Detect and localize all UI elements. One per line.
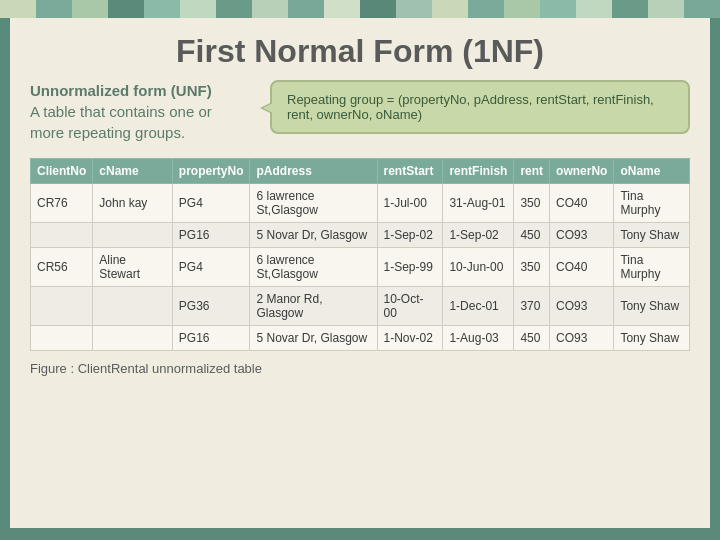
top-bar-block	[252, 0, 288, 18]
table-cell: CR76	[31, 184, 93, 223]
col-cname: cName	[93, 159, 172, 184]
intro-text: Unnormalized form (UNF) A table that con…	[30, 80, 250, 143]
table-row: PG165 Novar Dr, Glasgow1-Nov-021-Aug-034…	[31, 326, 690, 351]
table-cell: Aline Stewart	[93, 248, 172, 287]
table-cell: Tina Murphy	[614, 184, 690, 223]
top-bar-block	[36, 0, 72, 18]
figure-caption: Figure : ClientRental unnormalized table	[30, 361, 690, 376]
table-row: CR76John kayPG46 lawrence St,Glasgow1-Ju…	[31, 184, 690, 223]
table-cell: PG4	[172, 184, 250, 223]
table-cell: John kay	[93, 184, 172, 223]
table-cell: 5 Novar Dr, Glasgow	[250, 326, 377, 351]
top-bar-block	[468, 0, 504, 18]
table-cell: CO40	[550, 248, 614, 287]
table-cell: 1-Sep-02	[377, 223, 443, 248]
top-bar-block	[180, 0, 216, 18]
top-bar-block	[396, 0, 432, 18]
table-cell: 1-Jul-00	[377, 184, 443, 223]
top-bar-block	[540, 0, 576, 18]
table-row: CR56Aline StewartPG46 lawrence St,Glasgo…	[31, 248, 690, 287]
table-cell: Tony Shaw	[614, 287, 690, 326]
table-cell: 10-Jun-00	[443, 248, 514, 287]
table-cell: 1-Nov-02	[377, 326, 443, 351]
col-propertyno: propertyNo	[172, 159, 250, 184]
col-ownerno: ownerNo	[550, 159, 614, 184]
table-cell	[31, 223, 93, 248]
table-cell: CR56	[31, 248, 93, 287]
table-cell: PG36	[172, 287, 250, 326]
table-row: PG165 Novar Dr, Glasgow1-Sep-021-Sep-024…	[31, 223, 690, 248]
table-cell: 6 lawrence St,Glasgow	[250, 184, 377, 223]
table-cell: 5 Novar Dr, Glasgow	[250, 223, 377, 248]
bubble-text: Repeating group = (propertyNo, pAddress,…	[287, 92, 654, 122]
table-header-row: ClientNo cName propertyNo pAddress rentS…	[31, 159, 690, 184]
page-title: First Normal Form (1NF)	[30, 33, 690, 70]
table-cell: 350	[514, 248, 550, 287]
table-cell: 6 lawrence St,Glasgow	[250, 248, 377, 287]
table-cell: PG4	[172, 248, 250, 287]
top-bar-block	[216, 0, 252, 18]
table-cell: Tony Shaw	[614, 223, 690, 248]
intro-section: Unnormalized form (UNF) A table that con…	[30, 80, 690, 143]
top-bar-block	[648, 0, 684, 18]
table-cell	[31, 326, 93, 351]
top-bar-block	[576, 0, 612, 18]
top-bar-block	[360, 0, 396, 18]
col-rentfinish: rentFinish	[443, 159, 514, 184]
table-cell	[93, 223, 172, 248]
table-cell: 1-Aug-03	[443, 326, 514, 351]
col-clientno: ClientNo	[31, 159, 93, 184]
table-cell: CO40	[550, 184, 614, 223]
table-cell: PG16	[172, 326, 250, 351]
top-bar-block	[72, 0, 108, 18]
top-bar-block	[684, 0, 720, 18]
top-bar	[0, 0, 720, 18]
client-rental-table: ClientNo cName propertyNo pAddress rentS…	[30, 158, 690, 351]
table-cell: Tina Murphy	[614, 248, 690, 287]
table-cell: Tony Shaw	[614, 326, 690, 351]
top-bar-block	[324, 0, 360, 18]
table-cell: 31-Aug-01	[443, 184, 514, 223]
table-cell: 350	[514, 184, 550, 223]
top-bar-block	[144, 0, 180, 18]
table-cell: PG16	[172, 223, 250, 248]
table-cell	[31, 287, 93, 326]
table-cell	[93, 326, 172, 351]
table-container: ClientNo cName propertyNo pAddress rentS…	[30, 158, 690, 351]
top-bar-block	[108, 0, 144, 18]
table-cell: CO93	[550, 326, 614, 351]
col-oname: oName	[614, 159, 690, 184]
top-bar-block	[288, 0, 324, 18]
top-bar-block	[504, 0, 540, 18]
unf-description: A table that contains one or more repeat…	[30, 103, 212, 141]
col-rent: rent	[514, 159, 550, 184]
col-paddress: pAddress	[250, 159, 377, 184]
top-bar-block	[0, 0, 36, 18]
table-cell: 10-Oct-00	[377, 287, 443, 326]
table-cell: 370	[514, 287, 550, 326]
table-row: PG362 Manor Rd, Glasgow10-Oct-001-Dec-01…	[31, 287, 690, 326]
top-bar-block	[432, 0, 468, 18]
table-cell	[93, 287, 172, 326]
table-cell: CO93	[550, 223, 614, 248]
table-cell: 1-Dec-01	[443, 287, 514, 326]
table-cell: 1-Sep-99	[377, 248, 443, 287]
unf-label: Unnormalized form (UNF)	[30, 82, 212, 99]
main-content: First Normal Form (1NF) Unnormalized for…	[10, 18, 710, 528]
col-rentstart: rentStart	[377, 159, 443, 184]
table-cell: 1-Sep-02	[443, 223, 514, 248]
speech-bubble: Repeating group = (propertyNo, pAddress,…	[270, 80, 690, 134]
table-cell: CO93	[550, 287, 614, 326]
top-bar-block	[612, 0, 648, 18]
table-cell: 450	[514, 223, 550, 248]
table-cell: 2 Manor Rd, Glasgow	[250, 287, 377, 326]
table-cell: 450	[514, 326, 550, 351]
